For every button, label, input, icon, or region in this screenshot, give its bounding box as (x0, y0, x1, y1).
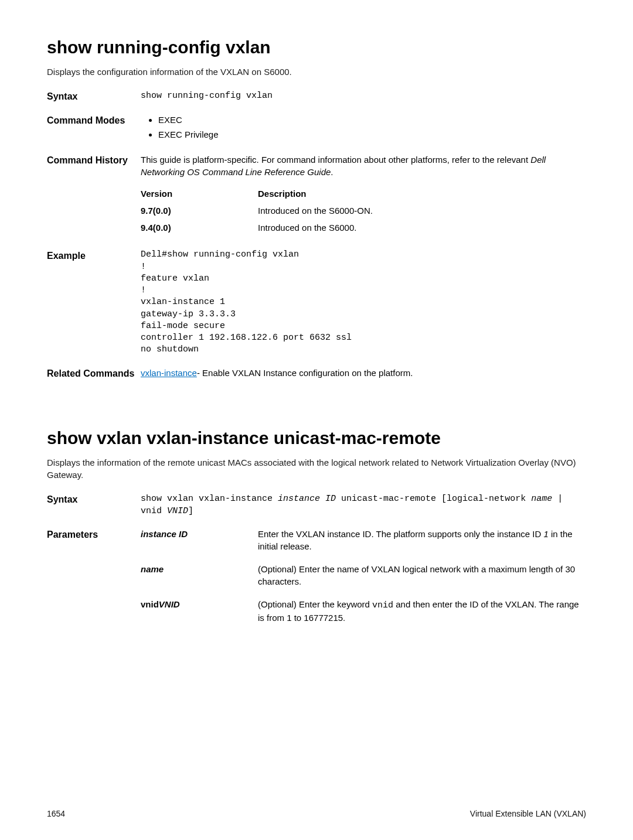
history-version-header: Version (141, 187, 258, 200)
syntax-label: Syntax (47, 90, 141, 103)
section2-title: show vxlan vxlan-instance unicast-mac-re… (47, 426, 586, 450)
section1-title: show running-config vxlan (47, 35, 586, 60)
history-intro: This guide is platform-specific. For com… (141, 153, 586, 178)
section1-desc: Displays the configuration information o… (47, 66, 586, 78)
syntax-value: show running-config vxlan (141, 90, 586, 103)
history-desc-header: Description (258, 187, 586, 200)
history-version: 9.4(0.0) (141, 221, 258, 234)
param-name: instance ID (141, 528, 258, 552)
history-desc: Introduced on the S6000. (258, 221, 586, 234)
history-version: 9.7(0.0) (141, 204, 258, 217)
param-desc: Enter the VXLAN instance ID. The platfor… (258, 528, 586, 552)
modes-list: EXEC EXEC Privilege (141, 114, 586, 141)
param-name: name (141, 563, 258, 588)
mode-item: EXEC Privilege (158, 128, 586, 141)
related-content: vxlan-instance- Enable VXLAN Instance co… (141, 367, 586, 380)
history-desc: Introduced on the S6000-ON. (258, 204, 586, 217)
example-code: Dell#show running-config vxlan ! feature… (141, 249, 586, 356)
syntax-label: Syntax (47, 493, 141, 517)
param-name: vnidVNID (141, 598, 258, 624)
page-number: 1654 (47, 808, 65, 820)
example-label: Example (47, 249, 141, 356)
history-label: Command History (47, 153, 141, 238)
modes-label: Command Modes (47, 114, 141, 143)
chapter-name: Virtual Extensible LAN (VXLAN) (470, 808, 586, 820)
section2-desc: Displays the information of the remote u… (47, 456, 586, 481)
mode-item: EXEC (158, 114, 586, 126)
related-label: Related Commands (47, 367, 141, 380)
parameters-label: Parameters (47, 528, 141, 629)
param-desc: (Optional) Enter the keyword vnid and th… (258, 598, 586, 624)
related-link[interactable]: vxlan-instance (141, 368, 197, 378)
syntax-value: show vxlan vxlan-instance instance ID un… (141, 493, 586, 517)
param-desc: (Optional) Enter the name of VXLAN logic… (258, 563, 586, 588)
